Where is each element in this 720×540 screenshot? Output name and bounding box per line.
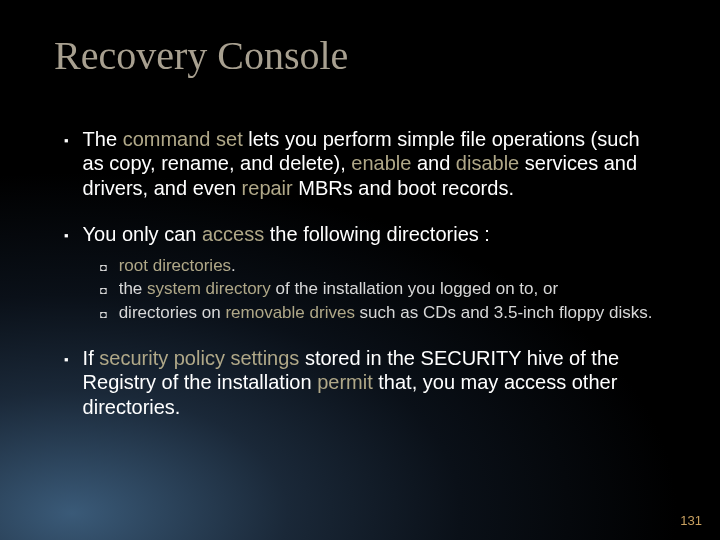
slide-title: Recovery Console <box>54 32 666 79</box>
bullet-text: directories on removable drives such as … <box>119 302 666 324</box>
bullet-icon: ▪ <box>64 228 69 244</box>
bullet-text: The command set lets you perform simple … <box>83 127 666 200</box>
list-item: ◘ directories on removable drives such a… <box>100 302 666 324</box>
bullet-icon: ◘ <box>100 283 107 297</box>
list-item: ◘ root directories. <box>100 255 666 277</box>
bullet-text: root directories. <box>119 255 666 277</box>
list-item: ◘ the system directory of the installati… <box>100 278 666 300</box>
slide: Recovery Console ▪ The command set lets … <box>0 0 720 540</box>
bullet-icon: ▪ <box>64 352 69 368</box>
page-number: 131 <box>680 513 702 528</box>
bullet-icon: ◘ <box>100 260 107 274</box>
bullet-icon: ◘ <box>100 307 107 321</box>
list-item: ▪ If security policy settings stored in … <box>64 346 666 419</box>
list-item: ▪ You only can access the following dire… <box>64 222 666 246</box>
bullet-text: You only can access the following direct… <box>83 222 666 246</box>
bullet-icon: ▪ <box>64 133 69 149</box>
bullet-text: If security policy settings stored in th… <box>83 346 666 419</box>
bullet-text: the system directory of the installation… <box>119 278 666 300</box>
slide-content: ▪ The command set lets you perform simpl… <box>54 127 666 419</box>
sub-list: ◘ root directories. ◘ the system directo… <box>64 255 666 324</box>
list-item: ▪ The command set lets you perform simpl… <box>64 127 666 200</box>
